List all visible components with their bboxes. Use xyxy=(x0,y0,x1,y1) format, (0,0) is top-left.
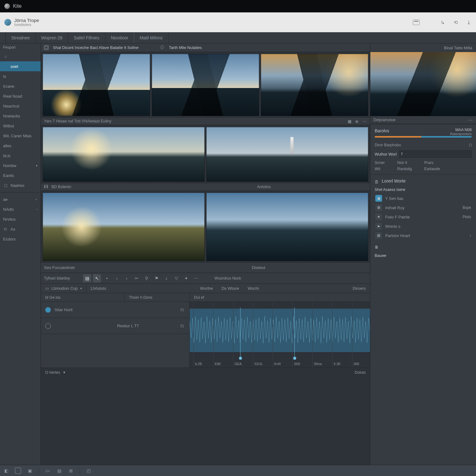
grid-icon[interactable]: ▦ xyxy=(348,119,352,123)
timeline-label: Wurthe xyxy=(196,284,217,293)
list-item[interactable]: ➤Wrerto s xyxy=(375,222,472,231)
menu-item[interactable]: Niootioor xyxy=(105,32,134,43)
sidebar-item-label: Naahes xyxy=(11,183,24,188)
forward-icon[interactable]: ↳ xyxy=(439,19,446,25)
taskbar-app-icon[interactable]: ▭ xyxy=(44,468,51,474)
playhead-marker[interactable] xyxy=(240,307,240,358)
list-item[interactable]: ✶Fwlo F PatrilePioto xyxy=(375,212,472,222)
menu-item[interactable]: Matil Milnns xyxy=(134,32,169,43)
sidebar-item[interactable]: Ecdors xyxy=(0,234,41,244)
taskbar-app-icon[interactable]: ◰ xyxy=(86,468,92,474)
tool-filter-icon[interactable]: ▽ xyxy=(172,274,180,282)
sidebar-item[interactable]: Neachrst xyxy=(0,101,41,111)
tool-more-icon[interactable]: ⋯ xyxy=(192,274,200,282)
menu-item[interactable]: Wopren 28 xyxy=(36,32,68,43)
inspector-field: Wulhor Worl xyxy=(375,149,472,159)
menu-item[interactable]: Strealnee xyxy=(6,32,36,43)
sidebar-item[interactable]: Eanlis xyxy=(0,170,41,180)
menu-item[interactable]: Saltirl Fillnies xyxy=(68,32,105,43)
list-icon[interactable]: ≣ xyxy=(355,119,359,123)
browser-chrome: Jörna Trope Ivrediviers · ↳ ⟲ ⤓ xyxy=(0,12,476,32)
chevron-right-icon: › xyxy=(470,233,471,238)
taskbar-app-icon[interactable] xyxy=(15,468,21,474)
col-label: Scner xyxy=(375,161,385,165)
sidebar-item-active[interactable]: soet xyxy=(0,61,41,71)
sidebar-item[interactable]: Nnelardis xyxy=(0,111,41,121)
list-item-label: Wrerto s xyxy=(385,224,400,229)
sidebar-item[interactable]: ae✓ xyxy=(0,194,41,204)
tool-audio-icon[interactable]: ♪ xyxy=(162,274,170,282)
thumbnail[interactable] xyxy=(43,54,150,116)
taskbar-app-icon[interactable]: ⊞ xyxy=(68,468,74,474)
info-icon[interactable]: ⓘ xyxy=(160,45,165,50)
list-item[interactable]: ⚙Inthatl RuyBspe xyxy=(375,203,472,212)
sidebar-item[interactable]: Ircane xyxy=(0,81,41,91)
timeline-footer: O hertes ▾ Doluts xyxy=(41,368,370,377)
sidebar-item[interactable]: Nonitiw▾ xyxy=(0,161,41,170)
reload-icon[interactable]: ⟲ xyxy=(452,19,459,25)
chevron-down-icon: ▾ xyxy=(80,287,82,290)
tool-wand-icon[interactable]: ✦ xyxy=(182,274,190,282)
tick-label: E80 xyxy=(215,362,221,366)
tool-fwd-icon[interactable]: › xyxy=(123,274,131,282)
tool-cut-icon[interactable]: ✂ xyxy=(133,274,141,282)
sidebar-item[interactable]: 🗀As xyxy=(0,224,41,234)
track-row[interactable]: Sitar Hurtl 🗀 xyxy=(41,302,189,318)
timeline-tab-label: Lbmodion Cop xyxy=(51,286,78,291)
folder-icon[interactable]: 🗀 xyxy=(180,307,185,312)
track-dot-icon xyxy=(45,307,51,313)
timeline-header: ▭Lbmodion Cop▾ Lhrlututs Wurthe Ds Wtoce… xyxy=(41,284,370,293)
preview-image[interactable] xyxy=(370,52,476,116)
thumbnail[interactable] xyxy=(152,54,259,116)
taskbar-divider xyxy=(80,468,80,474)
sidebar-item-home[interactable]: ⌂ xyxy=(0,51,41,61)
panel-tab[interactable]: Tarth Mlw Nulaties xyxy=(169,45,202,50)
field-label: Wulhor Worl xyxy=(375,152,397,156)
box-icon: ▢ xyxy=(3,183,8,188)
timeline-canvas[interactable]: IL2B E80 GEA S2UL KnR S00 S6na 5.30 300 xyxy=(190,302,370,368)
list-item[interactable]: ⊞Partsinr Hnart› xyxy=(375,231,472,240)
window-layout-icon[interactable] xyxy=(413,20,420,25)
tool-back-icon[interactable]: ‹ xyxy=(113,274,121,282)
sidebar-item[interactable]: Wil, Caner Mlas xyxy=(0,131,41,141)
list-item[interactable]: ▣Y Sen ltas xyxy=(375,194,472,203)
chevron-down-icon[interactable]: ▾ xyxy=(63,370,65,375)
thumbnail[interactable] xyxy=(43,193,205,261)
thumbnail[interactable] xyxy=(261,54,368,116)
thumbnail[interactable] xyxy=(206,193,368,261)
download-icon[interactable]: ⤓ xyxy=(465,19,472,25)
sidebar-item[interactable]: Nrvitos xyxy=(0,214,41,224)
note-icon: 🗎 xyxy=(375,245,379,249)
taskbar-app-icon[interactable]: ▣ xyxy=(27,468,33,474)
more-icon[interactable]: ⋯ xyxy=(363,119,367,123)
sidebar-item[interactable]: alles xyxy=(0,141,41,151)
more-icon[interactable]: ⋯ xyxy=(469,118,473,122)
taskbar-home-icon[interactable]: ◧ xyxy=(3,468,9,474)
folder-icon[interactable]: 🗀 xyxy=(180,324,185,328)
tick-label: S00 xyxy=(294,362,300,366)
tool-pin-icon[interactable]: ⚲ xyxy=(143,274,151,282)
sidebar-item[interactable]: Wilbst xyxy=(0,121,41,131)
timeline-tab[interactable]: ▭Lbmodion Cop▾ xyxy=(41,284,86,293)
tool-marker-icon[interactable]: ⚑ xyxy=(152,274,161,282)
track-row[interactable]: Restiur L T7 🗀 xyxy=(41,318,189,334)
sidebar-item-label: Nonitiw xyxy=(3,163,16,168)
taskbar-app-icon[interactable]: ▤ xyxy=(56,468,62,474)
sidebar-item[interactable]: NAdls› xyxy=(0,204,41,214)
footer-label-left: Seo Foccaloliniet xyxy=(44,265,75,270)
document-subtitle: Ivrediviers xyxy=(14,23,39,27)
sidebar-item[interactable]: bLls xyxy=(0,151,41,161)
gear-icon: ⚙ xyxy=(375,204,382,211)
film-icon: 🎞 xyxy=(44,185,48,189)
thumbnail[interactable] xyxy=(43,127,205,182)
field-input[interactable] xyxy=(399,150,472,158)
sidebar-item[interactable]: ▢Naahes xyxy=(0,180,41,190)
tool-layers-icon[interactable]: ▤ xyxy=(83,274,91,282)
sidebar-item[interactable]: ts xyxy=(0,71,41,81)
playhead-marker[interactable] xyxy=(294,307,295,358)
tool-cursor-icon[interactable]: ↖ xyxy=(93,274,101,282)
timeline-tab[interactable]: Lhrlututs xyxy=(86,284,111,293)
sidebar-item[interactable]: Real Noad xyxy=(0,91,41,101)
tool-mic-icon[interactable]: • xyxy=(103,274,111,282)
thumbnail[interactable] xyxy=(206,127,368,182)
